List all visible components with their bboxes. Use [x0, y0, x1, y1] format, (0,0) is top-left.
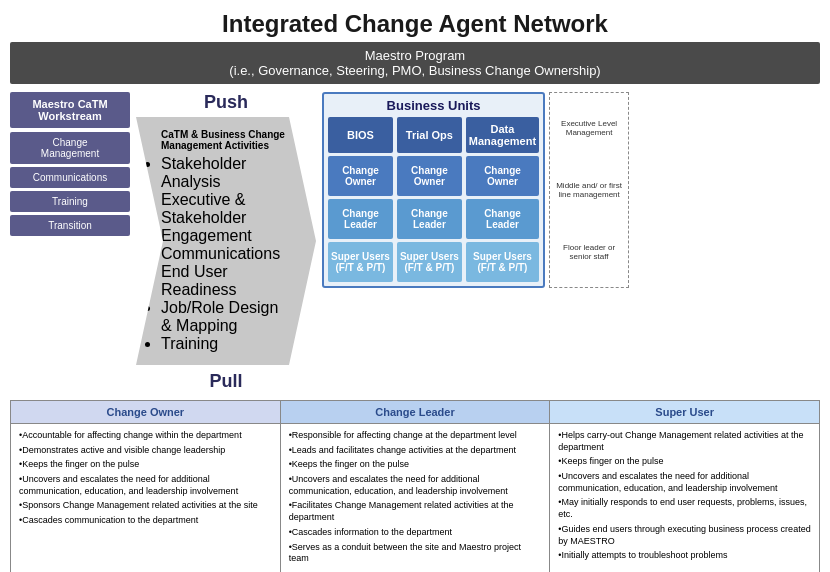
- main-title: Integrated Change Agent Network: [10, 10, 820, 38]
- bu-bios-super-users: Super Users(F/T & P/T): [328, 242, 393, 282]
- maestro-banner: Maestro Program (i.e., Governance, Steer…: [10, 42, 820, 84]
- su-bullet-4: •May initially responds to end user requ…: [558, 497, 811, 520]
- bu-bios-change-leader: ChangeLeader: [328, 199, 393, 239]
- right-labels: Executive Level Management Middle and/ o…: [549, 92, 629, 288]
- co-bullet-4: •Uncovers and escalates the need for add…: [19, 474, 272, 497]
- bu-bios-change-owner: ChangeOwner: [328, 156, 393, 196]
- push-item-5: Job/Role Design & Mapping: [161, 299, 286, 335]
- cl-bullet-3: •Keeps the finger on the pulse: [289, 459, 542, 471]
- su-bullet-1: •Helps carry-out Change Management relat…: [558, 430, 811, 453]
- su-bullet-2: •Keeps finger on the pulse: [558, 456, 811, 468]
- cl-bullet-5: •Facilitates Change Management related a…: [289, 500, 542, 523]
- bu-col-trialops: Trial Ops ChangeOwner ChangeLeader Super…: [397, 117, 462, 282]
- bottom-section: Change Owner •Accountable for affecting …: [10, 400, 820, 572]
- bottom-col-title-change-owner: Change Owner: [11, 401, 280, 424]
- left-sidebar: Maestro CaTMWorkstream ChangeManagement …: [10, 92, 130, 392]
- bu-datamgmt-change-leader: ChangeLeader: [466, 199, 539, 239]
- sidebar-item-training[interactable]: Training: [10, 191, 130, 212]
- sidebar-item-transition[interactable]: Transition: [10, 215, 130, 236]
- bottom-col-super-user: Super User •Helps carry-out Change Manag…: [550, 401, 819, 572]
- push-item-3: Communications: [161, 245, 286, 263]
- maestro-line1: Maestro Program: [20, 48, 810, 63]
- right-label-floor: Floor leader or senior staff: [554, 241, 624, 263]
- bu-datamgmt-super-users: Super Users(F/T & P/T): [466, 242, 539, 282]
- co-bullet-3: •Keeps the finger on the pulse: [19, 459, 272, 471]
- pull-label: Pull: [136, 371, 316, 392]
- cl-bullet-4: •Uncovers and escalates the need for add…: [289, 474, 542, 497]
- push-item-4: End User Readiness: [161, 263, 286, 299]
- bu-col-header-bios: BIOS: [328, 117, 393, 153]
- push-item-1: Stakeholder Analysis: [161, 155, 286, 191]
- co-bullet-2: •Demonstrates active and visible change …: [19, 445, 272, 457]
- right-label-middle: Middle and/ or first line management: [554, 179, 624, 201]
- bottom-col-change-owner: Change Owner •Accountable for affecting …: [11, 401, 281, 572]
- bu-trialops-change-leader: ChangeLeader: [397, 199, 462, 239]
- bu-title: Business Units: [328, 98, 539, 113]
- co-bullet-1: •Accountable for affecting change within…: [19, 430, 272, 442]
- su-bullet-5: •Guides end users through executing busi…: [558, 524, 811, 547]
- push-item-2: Executive & Stakeholder Engagement: [161, 191, 286, 245]
- bu-col-bios: BIOS ChangeOwner ChangeLeader Super User…: [328, 117, 393, 282]
- cl-bullet-7: •Serves as a conduit between the site an…: [289, 542, 542, 565]
- page: Integrated Change Agent Network Maestro …: [0, 0, 830, 572]
- push-item-6: Training: [161, 335, 286, 353]
- business-units-box: Business Units BIOS ChangeOwner ChangeLe…: [322, 92, 545, 288]
- maestro-line2: (i.e., Governance, Steering, PMO, Busine…: [20, 63, 810, 78]
- right-label-executive: Executive Level Management: [554, 117, 624, 139]
- right-section: Business Units BIOS ChangeOwner ChangeLe…: [322, 92, 820, 392]
- sidebar-item-communications[interactable]: Communications: [10, 167, 130, 188]
- bu-trialops-change-owner: ChangeOwner: [397, 156, 462, 196]
- bu-col-header-datamgmt: DataManagement: [466, 117, 539, 153]
- push-content-title: CaTM & Business Change Management Activi…: [161, 129, 286, 151]
- su-bullet-6: •Initially attempts to troubleshoot prob…: [558, 550, 811, 562]
- su-bullet-3: •Uncovers and escalates the need for add…: [558, 471, 811, 494]
- bottom-col-title-super-user: Super User: [550, 401, 819, 424]
- push-pull-section: Push CaTM & Business Change Management A…: [136, 92, 316, 392]
- sidebar-item-change-management[interactable]: ChangeManagement: [10, 132, 130, 164]
- bu-columns: BIOS ChangeOwner ChangeLeader Super User…: [328, 117, 539, 282]
- cl-bullet-2: •Leads and facilitates change activities…: [289, 445, 542, 457]
- bu-trialops-super-users: Super Users(F/T & P/T): [397, 242, 462, 282]
- sidebar-title: Maestro CaTMWorkstream: [10, 92, 130, 128]
- cl-bullet-6: •Cascades information to the department: [289, 527, 542, 539]
- top-section: Maestro CaTMWorkstream ChangeManagement …: [10, 92, 820, 392]
- push-label: Push: [136, 92, 316, 113]
- co-bullet-6: •Cascades communication to the departmen…: [19, 515, 272, 527]
- bu-col-header-trialops: Trial Ops: [397, 117, 462, 153]
- cl-bullet-1: •Responsible for affecting change at the…: [289, 430, 542, 442]
- bu-col-datamgmt: DataManagement ChangeOwner ChangeLeader …: [466, 117, 539, 282]
- push-pull-content: CaTM & Business Change Management Activi…: [136, 117, 316, 365]
- bu-datamgmt-change-owner: ChangeOwner: [466, 156, 539, 196]
- co-bullet-5: •Sponsors Change Management related acti…: [19, 500, 272, 512]
- bottom-col-title-change-leader: Change Leader: [281, 401, 550, 424]
- bottom-col-change-leader: Change Leader •Responsible for affecting…: [281, 401, 551, 572]
- bu-wrapper: Business Units BIOS ChangeOwner ChangeLe…: [322, 92, 820, 288]
- push-activities-list: Stakeholder Analysis Executive & Stakeho…: [161, 155, 286, 353]
